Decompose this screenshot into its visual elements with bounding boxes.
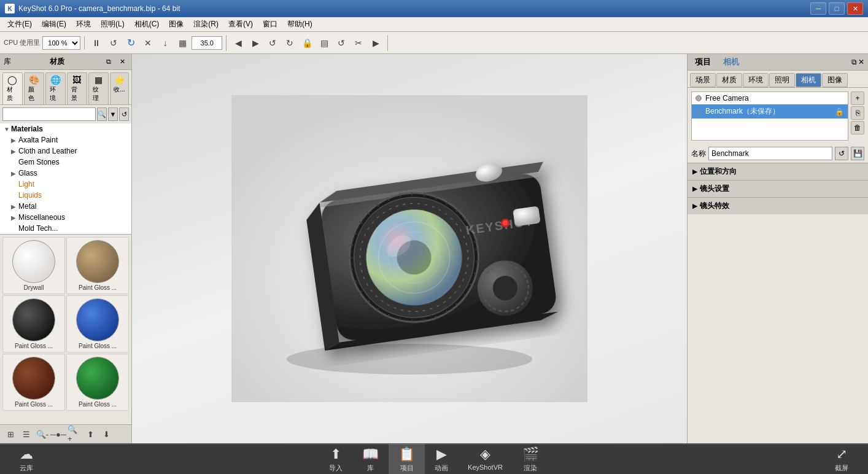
cam-copy-button[interactable]: ⎘ [851, 106, 864, 120]
loop2-button[interactable]: ↻ [282, 35, 298, 51]
accordion-lens-label: 镜头设置 [700, 184, 729, 194]
play-button[interactable]: ▶ [368, 35, 384, 51]
menu-item-e[interactable]: 文件(E) [2, 18, 37, 31]
project-button[interactable]: 📋 项目 [389, 444, 425, 475]
tree-mold[interactable]: Mold Tech... [0, 223, 131, 234]
right-float-button[interactable]: ⧉ [851, 58, 857, 66]
menu-item-[interactable]: 窗口 [258, 18, 282, 31]
material-paint-green[interactable]: Paint Gloss ... [66, 354, 129, 411]
zoom-out-button[interactable]: 🔍- [36, 427, 49, 441]
viewport[interactable]: AUTOFOCUS RECLINEESSION/STUDIO KEYSHOT [132, 54, 687, 443]
tab-material[interactable]: ◯ 材质 [2, 72, 23, 104]
tree-misc[interactable]: ▶ Miscellaneous [0, 212, 131, 223]
cam-add-button[interactable]: + [851, 91, 864, 105]
import-button[interactable]: ⬆ 导入 [319, 444, 352, 475]
menu-item-l[interactable]: 照明(L) [96, 18, 130, 31]
prev-button[interactable]: ◀ [230, 35, 246, 51]
material-paint-darkbrown[interactable]: Paint Gloss ... [2, 354, 65, 411]
cam-name-input[interactable] [708, 147, 832, 160]
cam-name-refresh[interactable]: ↺ [835, 147, 848, 160]
menu-item-h[interactable]: 帮助(H) [282, 18, 317, 31]
menu-item-v[interactable]: 查看(V) [223, 18, 258, 31]
menu-item-r[interactable]: 渲染(R) [188, 18, 223, 31]
next-button[interactable]: ▶ [247, 35, 263, 51]
float-button[interactable]: ⧉ [103, 57, 114, 67]
grid-button[interactable]: ▦ [174, 35, 190, 51]
accordion-effects-header[interactable]: ▶ 镜头特效 [688, 198, 868, 214]
tree-gems[interactable]: Gem Stones [0, 157, 131, 168]
undo-button[interactable]: ↺ [333, 35, 349, 51]
speed-input[interactable] [192, 36, 222, 50]
tree-metal[interactable]: ▶ Metal [0, 201, 131, 212]
animation-button[interactable]: ▶ 动画 [425, 444, 458, 475]
refresh-search-button[interactable]: ↺ [119, 107, 129, 121]
tree-cloth[interactable]: ▶ Cloth and Leather [0, 146, 131, 157]
library-button[interactable]: 📖 库 [352, 444, 389, 475]
stop-button[interactable]: ✕ [140, 35, 156, 51]
menu-item-c[interactable]: 相机(C) [130, 18, 165, 31]
cloud-label: 云库 [20, 464, 33, 473]
tab-bg[interactable]: 🖼 背景 [67, 72, 87, 104]
list-view-button[interactable]: ☰ [20, 427, 33, 441]
cam-delete-button[interactable]: 🗑 [851, 121, 864, 134]
tree-axalta[interactable]: ▶ Axalta Paint [0, 134, 131, 146]
material-paint-black[interactable]: Paint Gloss ... [2, 295, 65, 352]
accordion-position-header[interactable]: ▶ 位置和方向 [688, 163, 868, 180]
library-label: 库 [367, 464, 374, 473]
grid-view-button[interactable]: ⊞ [4, 427, 17, 441]
pause-button[interactable]: ⏸ [88, 35, 104, 51]
refresh-button[interactable]: ↻ [123, 35, 139, 51]
tab-lighting[interactable]: 照明 [769, 73, 795, 87]
tab-scene[interactable]: 场景 [690, 73, 716, 87]
camera-benchmark[interactable]: Benchmark（未保存） 🔒 [692, 104, 848, 118]
material-grid-inner: Drywall Paint Gloss ... Paint Gloss ... … [0, 235, 131, 413]
loop-button[interactable]: ↺ [265, 35, 281, 51]
panel-close-button[interactable]: ✕ [117, 57, 128, 67]
tab-environment[interactable]: 环境 [743, 73, 769, 87]
cam-name-save[interactable]: 💾 [851, 147, 864, 160]
upload-button[interactable]: ⬆ [83, 427, 97, 441]
tab-material[interactable]: 材质 [716, 73, 742, 87]
zoom-in-button[interactable]: 🔍+ [68, 427, 81, 441]
tree-glass[interactable]: ▶ Glass [0, 168, 131, 179]
filter-button[interactable]: ▼ [108, 107, 118, 121]
down-button[interactable]: ↓ [157, 35, 173, 51]
tab-camera[interactable]: 相机 [796, 73, 821, 87]
tab-color[interactable]: 🎨 颜色 [24, 72, 44, 104]
keyshotvr-button[interactable]: ◈ KeyShotVR [458, 444, 513, 475]
download-button[interactable]: ⬇ [99, 427, 113, 441]
search-button[interactable]: 🔍 [97, 107, 107, 121]
bottom-center: ⬆ 导入 📖 库 📋 项目 ▶ 动画 ◈ KeyShotVR 🎬 渲染 [53, 444, 815, 475]
accordion-lens-header[interactable]: ▶ 镜头设置 [688, 181, 868, 197]
screenshot-button[interactable]: ⤢ 截屏 [825, 444, 858, 475]
tree-materials[interactable]: ▼ Materials [0, 123, 131, 134]
camera-free[interactable]: Free Camera [692, 92, 848, 104]
paint-green-swatch [76, 357, 119, 400]
cut-button[interactable]: ✂ [351, 35, 366, 51]
search-input[interactable] [2, 107, 96, 121]
material-paint-blue[interactable]: Paint Gloss ... [66, 295, 129, 352]
tab-texture[interactable]: ▦ 纹理 [88, 72, 109, 104]
render-button[interactable]: 🎬 渲染 [513, 444, 549, 475]
tree-liquids[interactable]: Liquids [0, 190, 131, 201]
tree-light[interactable]: Light [0, 179, 131, 190]
tab-favorites[interactable]: ⭐ 收... [110, 72, 129, 104]
menu-item-e[interactable]: 编辑(E) [37, 18, 71, 31]
menu-item-[interactable]: 图像 [164, 18, 188, 31]
menu-item-[interactable]: 环境 [71, 18, 96, 31]
camera-render: AUTOFOCUS RECLINEESSION/STUDIO KEYSHOT [132, 54, 687, 443]
cpu-select[interactable]: 100 % [42, 36, 80, 50]
reload-button[interactable]: ↺ [106, 35, 122, 51]
layout-button[interactable]: ▤ [316, 35, 332, 51]
tab-env[interactable]: 🌐 环境 [45, 72, 66, 104]
tab-image[interactable]: 图像 [822, 73, 848, 87]
zoom-slider[interactable]: ─●─ [52, 427, 65, 441]
close-button[interactable]: ✕ [847, 2, 863, 15]
maximize-button[interactable]: □ [829, 2, 845, 15]
material-drywall[interactable]: Drywall [2, 237, 65, 294]
material-paint-brown[interactable]: Paint Gloss ... [66, 237, 129, 294]
right-close-button[interactable]: ✕ [858, 58, 864, 66]
minimize-button[interactable]: ─ [810, 2, 826, 15]
lock-button[interactable]: 🔒 [299, 35, 315, 51]
cloud-library-button[interactable]: ☁ 云库 [10, 444, 43, 475]
